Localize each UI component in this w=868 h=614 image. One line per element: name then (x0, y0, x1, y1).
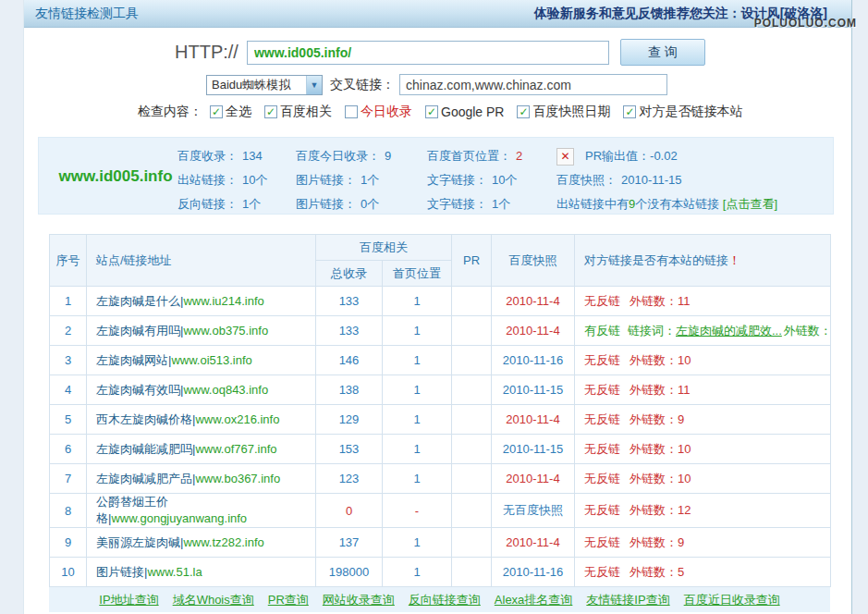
snapshot-value: 2010-11-15 (621, 173, 682, 187)
stat-value: 2 (516, 149, 522, 163)
table-row: 5 西木左旋肉碱价格|www.ox216.info 129 1 2010-11-… (50, 405, 831, 435)
total-included: 133 (316, 287, 383, 316)
row-index: 2 (50, 316, 87, 346)
table-row: 8 公爵替烟王价格|www.gongjuyanwang.info 0 - 无百度… (50, 494, 831, 528)
query-button[interactable]: 查 询 (620, 39, 705, 66)
footer-link[interactable]: PR查询 (268, 592, 309, 608)
footer-link[interactable]: 域名Whois查询 (173, 592, 254, 608)
snapshot-date: 2010-11-15 (492, 435, 575, 464)
snapshot-date: 2010-11-16 (492, 558, 575, 587)
check-content-label: 检查内容： (138, 104, 202, 120)
site-link[interactable]: www.tz282.info (183, 535, 263, 549)
checkbox[interactable]: ✓ (623, 105, 636, 118)
outlink-count-value: 9 (678, 412, 684, 426)
outlink-count-value: 5 (678, 565, 684, 579)
site-cell: 左旋肉碱是什么|www.iu214.info (87, 287, 316, 316)
site-link[interactable]: www.of767.info (195, 442, 276, 456)
checkbox[interactable]: ✓ (210, 105, 223, 118)
checkbox-item[interactable]: ✓ 全选 (210, 104, 251, 120)
site-link[interactable]: www.iu214.info (183, 294, 263, 308)
stat-label: 百度今日收录： (296, 149, 380, 163)
outlink-count-label: 外链数： (630, 565, 678, 579)
url-input[interactable] (247, 41, 609, 65)
site-link[interactable]: www.51.la (147, 565, 202, 579)
home-position: 1 (383, 316, 452, 346)
outlink-count-value: 10 (678, 353, 691, 367)
outlink-count-label: 外链数： (630, 472, 678, 485)
snapshot-date: 2010-11-4 (492, 528, 575, 558)
site-link[interactable]: www.bo367.info (195, 472, 280, 485)
site-link[interactable]: www.oq843.info (183, 383, 268, 397)
site-title: 图片链接 (96, 565, 144, 579)
site-title: 美丽源左旋肉碱 (96, 535, 180, 549)
pr-value (452, 316, 492, 346)
footer-link[interactable]: 网站收录查询 (323, 592, 395, 608)
outlink-note-prefix: 出站链接中有 (556, 197, 629, 211)
checkbox-group: ✓ 全选 ✓ 百度相关 ✓ 今日收录 ✓ Google PR ✓ 百度快照日期 … (210, 104, 755, 120)
site-link[interactable]: www.ob375.info (183, 324, 268, 338)
col-header-baidu-group: 百度相关 (316, 235, 452, 261)
backlink-cell: 无反链外链数：10 (575, 346, 831, 375)
site-link[interactable]: www.ox216.info (195, 412, 279, 426)
view-details-link[interactable]: [点击查看] (723, 197, 777, 211)
pr-value (452, 405, 492, 435)
row-index: 5 (50, 405, 87, 435)
checkbox[interactable]: ✓ (345, 105, 358, 118)
stat-label: 图片链接： (296, 197, 356, 211)
check-icon: ✓ (519, 106, 528, 117)
outlink-count-label: 外链数： (630, 383, 678, 397)
stat-label: 百度收录： (177, 149, 238, 163)
footer-link[interactable]: 反向链接查询 (409, 592, 481, 608)
site-link[interactable]: www.oi513.info (171, 353, 251, 367)
exclamation-mark: ！ (728, 253, 740, 267)
keyword-link[interactable]: 左旋肉碱的减肥效... (676, 324, 782, 338)
checkbox[interactable]: ✓ (425, 105, 438, 118)
summary-col-2: 百度今日收录：9 图片链接：1个 图片链接：0个 (296, 144, 391, 216)
main-panel: 友情链接检测工具 体验新服务和意见反馈推荐您关注：设计风[破洛洛] HTTP:/… (23, 0, 852, 614)
site-title: 左旋肉碱是什么 (96, 294, 180, 308)
chevron-down-icon[interactable]: ▼ (306, 76, 322, 94)
checkbox-label: 全选 (226, 104, 251, 120)
footer-link[interactable]: 百度近日收录查询 (684, 592, 780, 608)
checkbox[interactable]: ✓ (264, 105, 277, 118)
snapshot-label: 百度快照： (556, 173, 617, 187)
backlink-cell: 无反链外链数：12 (575, 494, 831, 528)
col-header-pr: PR (452, 235, 492, 287)
summary-col-4: ✕PR输出值：-0.02 百度快照：2010-11-15 出站链接中有9个没有本… (556, 144, 777, 216)
site-cell: 左旋肉碱有效吗|www.oq843.info (87, 375, 316, 405)
outlink-count-label: 外链数： (630, 442, 678, 456)
footer-link[interactable]: IP地址查询 (99, 592, 158, 608)
site-cell: 图片链接|www.51.la (87, 558, 316, 587)
table-row: 10 图片链接|www.51.la 198000 1 2010-11-16 无反… (50, 558, 831, 587)
outlink-count-value: 10 (678, 472, 691, 485)
checkbox-item[interactable]: ✓ 对方是否链接本站 (623, 104, 742, 120)
home-position: 1 (383, 405, 452, 435)
checkbox[interactable]: ✓ (517, 105, 530, 118)
outlink-count-value: 12 (678, 503, 691, 517)
site-link[interactable]: www.gongjuyanwang.info (111, 511, 247, 525)
outlink-count-label: 外链数： (630, 353, 678, 367)
footer-link[interactable]: 友情链接IP查询 (586, 592, 669, 608)
checkbox-item[interactable]: ✓ 百度快照日期 (517, 104, 610, 120)
snapshot-date: 2010-11-4 (492, 287, 575, 316)
footer-links: IP地址查询域名Whois查询PR查询网站收录查询反向链接查询Alexa排名查询… (49, 587, 830, 612)
stat-value: 1个 (492, 197, 510, 211)
backlink-status: 无反链 (584, 503, 620, 517)
backlink-cell: 无反链外链数：11 (575, 375, 831, 405)
cross-link-input[interactable] (399, 74, 667, 95)
site-cell: 左旋肉碱网站|www.oi513.info (87, 346, 316, 375)
checkbox-label: 对方是否链接本站 (639, 104, 742, 120)
total-included: 123 (316, 464, 383, 494)
table-header: 序号 站点/链接地址 百度相关 PR 百度快照 对方链接是否有本站的链接！ 总收… (50, 235, 831, 287)
spider-select[interactable]: Baidu蜘蛛模拟 ▼ (206, 75, 323, 95)
stat-label: 百度首页位置： (427, 149, 511, 163)
checkbox-item[interactable]: ✓ Google PR (425, 104, 504, 119)
backlink-cell: 无反链外链数：10 (575, 435, 831, 464)
row-index: 7 (50, 464, 87, 494)
backlink-cell: 无反链外链数：10 (575, 464, 831, 494)
search-form: HTTP:// 查 询 Baidu蜘蛛模拟 ▼ 交叉链接： 检查内容： ✓ 全选… (24, 28, 851, 137)
stat-value: 134 (242, 149, 263, 163)
checkbox-item[interactable]: ✓ 百度相关 (264, 104, 332, 120)
footer-link[interactable]: Alexa排名查询 (495, 592, 573, 608)
checkbox-item[interactable]: ✓ 今日收录 (345, 104, 412, 120)
